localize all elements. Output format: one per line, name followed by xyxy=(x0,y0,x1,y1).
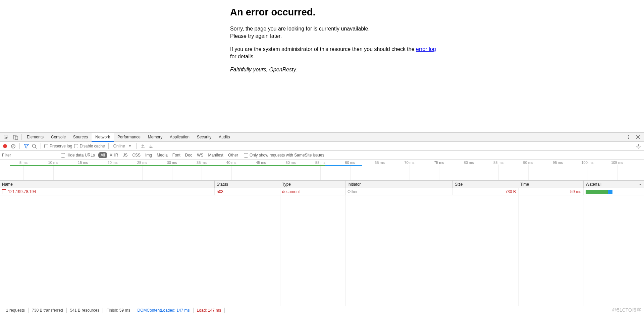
cell-time: 59 ms xyxy=(518,188,584,195)
status-resources: 541 B resources xyxy=(67,308,103,313)
tab-memory[interactable]: Memory xyxy=(144,133,166,142)
status-requests: 1 requests xyxy=(3,308,29,313)
timeline-tick-label: 70 ms xyxy=(405,161,415,165)
status-finish: Finish: 59 ms xyxy=(103,308,134,313)
error-page-body: An error occurred. Sorry, the page you a… xyxy=(230,7,438,73)
svg-point-5 xyxy=(628,138,629,139)
throttling-select[interactable]: Online ▼ xyxy=(112,144,133,148)
resource-type-filter-chips: AllXHRJSCSSImgMediaFontDocWSManifestOthe… xyxy=(98,152,240,158)
filter-chip-xhr[interactable]: XHR xyxy=(107,152,120,158)
waterfall-segment-download xyxy=(608,190,612,194)
error-paragraph-2: If you are the system administrator of t… xyxy=(230,46,438,60)
filter-chip-js[interactable]: JS xyxy=(120,152,130,158)
filter-chip-other[interactable]: Other xyxy=(226,152,240,158)
clear-button[interactable] xyxy=(10,143,16,149)
timeline-tick-label: 90 ms xyxy=(523,161,533,165)
waterfall-segment-waiting xyxy=(586,190,608,194)
samesite-label: Only show requests with SameSite issues xyxy=(250,153,324,158)
separator xyxy=(108,143,109,149)
hide-data-urls-input[interactable] xyxy=(61,153,65,158)
col-header-type[interactable]: Type xyxy=(280,181,345,188)
col-header-size[interactable]: Size xyxy=(453,181,518,188)
inspect-element-icon[interactable] xyxy=(3,134,9,140)
throttling-value: Online xyxy=(113,144,125,148)
svg-point-3 xyxy=(628,135,629,136)
error-p2-prefix: If you are the system administrator of t… xyxy=(230,46,416,52)
timeline-tick-label: 100 ms xyxy=(581,161,593,165)
timeline-tick-label: 25 ms xyxy=(137,161,147,165)
record-button[interactable] xyxy=(2,143,8,149)
filter-chip-manifest[interactable]: Manifest xyxy=(206,152,226,158)
preserve-log-checkbox[interactable]: Preserve log xyxy=(44,144,72,148)
tab-application[interactable]: Application xyxy=(166,133,193,142)
status-transferred: 730 B transferred xyxy=(29,308,67,313)
col-header-status[interactable]: Status xyxy=(215,181,280,188)
hide-data-urls-checkbox[interactable]: Hide data URLs xyxy=(61,153,95,158)
timeline-lane2 xyxy=(0,173,644,181)
timeline-tick-label: 75 ms xyxy=(434,161,444,165)
close-devtools-icon[interactable] xyxy=(635,134,641,140)
filter-input[interactable] xyxy=(2,152,57,159)
upload-har-icon[interactable] xyxy=(140,143,146,149)
timeline-segment-green xyxy=(10,165,325,166)
filter-chip-font[interactable]: Font xyxy=(170,152,183,158)
tab-console[interactable]: Console xyxy=(47,133,69,142)
filter-chip-img[interactable]: Img xyxy=(143,152,154,158)
waterfall-bar xyxy=(586,190,612,194)
filter-toggle-icon[interactable] xyxy=(23,143,29,149)
filter-chip-all[interactable]: All xyxy=(98,152,107,158)
disable-cache-input[interactable] xyxy=(74,144,78,148)
cell-status: 503 xyxy=(215,188,280,195)
tab-security[interactable]: Security xyxy=(193,133,215,142)
tab-elements[interactable]: Elements xyxy=(23,133,47,142)
dropdown-triangle-icon: ▼ xyxy=(128,144,131,148)
timeline-tick-label: 10 ms xyxy=(48,161,58,165)
network-table-body: 121.199.78.194 503 document Other 730 B … xyxy=(0,188,644,314)
separator xyxy=(136,143,137,149)
network-settings-icon[interactable] xyxy=(635,143,641,149)
preserve-log-label: Preserve log xyxy=(50,144,72,148)
tab-performance[interactable]: Performance xyxy=(114,133,144,142)
col-header-time[interactable]: Time xyxy=(518,181,584,188)
filter-chip-ws[interactable]: WS xyxy=(195,152,206,158)
device-toolbar-icon[interactable] xyxy=(13,134,18,140)
error-p1-line1: Sorry, the page you are looking for is c… xyxy=(230,26,370,32)
svg-rect-2 xyxy=(15,136,18,139)
timeline-tick-label: 45 ms xyxy=(256,161,266,165)
cell-initiator: Other xyxy=(345,188,453,195)
cell-name-text: 121.199.78.194 xyxy=(8,189,36,194)
tab-sources[interactable]: Sources xyxy=(69,133,92,142)
table-row[interactable]: 121.199.78.194 503 document Other 730 B … xyxy=(0,188,644,195)
col-header-waterfall[interactable]: Waterfall xyxy=(584,181,644,188)
separator xyxy=(41,143,41,149)
timeline-tick-label: 85 ms xyxy=(493,161,503,165)
samesite-input[interactable] xyxy=(244,153,248,158)
filter-chip-media[interactable]: Media xyxy=(154,152,170,158)
more-menu-icon[interactable] xyxy=(626,134,631,140)
col-header-name[interactable]: Name xyxy=(0,181,215,188)
search-icon[interactable] xyxy=(31,143,37,149)
tab-network[interactable]: Network xyxy=(92,133,114,142)
network-overview-timeline[interactable]: 5 ms10 ms15 ms20 ms25 ms30 ms35 ms40 ms4… xyxy=(0,160,644,181)
samesite-checkbox[interactable]: Only show requests with SameSite issues xyxy=(244,153,324,158)
svg-line-10 xyxy=(35,147,36,148)
error-signoff-text: Faithfully yours, OpenResty. xyxy=(230,67,297,72)
timeline-tick-label: 80 ms xyxy=(464,161,474,165)
status-load: Load: 147 ms xyxy=(194,308,225,313)
error-log-link[interactable]: error log xyxy=(416,46,436,52)
download-har-icon[interactable] xyxy=(148,143,154,149)
timeline-tick-label: 20 ms xyxy=(108,161,118,165)
timeline-tick-label: 55 ms xyxy=(315,161,325,165)
preserve-log-input[interactable] xyxy=(44,144,48,148)
disable-cache-checkbox[interactable]: Disable cache xyxy=(74,144,105,148)
col-header-initiator[interactable]: Initiator xyxy=(345,181,453,188)
network-toolbar-primary: Preserve log Disable cache Online ▼ xyxy=(0,142,644,151)
status-domcontentloaded: DOMContentLoaded: 147 ms xyxy=(134,308,194,313)
separator xyxy=(21,134,22,140)
devtools-panel: ElementsConsoleSourcesNetworkPerformance… xyxy=(0,132,644,314)
filter-chip-doc[interactable]: Doc xyxy=(183,152,195,158)
timeline-lane xyxy=(0,165,644,166)
tab-audits[interactable]: Audits xyxy=(215,133,233,142)
svg-line-8 xyxy=(12,145,14,147)
filter-chip-css[interactable]: CSS xyxy=(130,152,143,158)
